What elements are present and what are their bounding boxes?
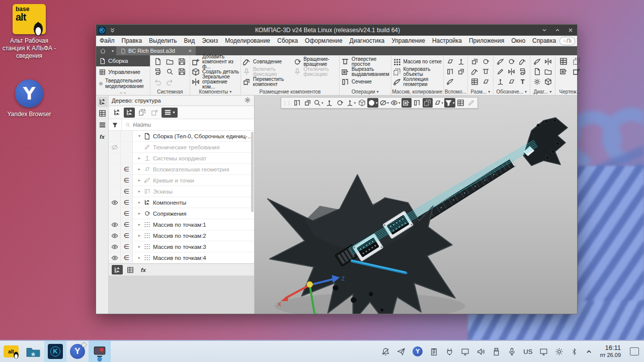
eye-icon[interactable]: [109, 230, 121, 241]
show-desktop-button[interactable]: [630, 347, 639, 355]
drawing-section-view-button[interactable]: [559, 67, 568, 76]
brightness-icon[interactable]: [555, 347, 564, 356]
yandex-tray-icon[interactable]: Y: [413, 346, 423, 356]
taskbar-kompas3d[interactable]: K: [44, 341, 66, 362]
tree-item-point-array-4[interactable]: ∈ ▸ Массив по точкам:4: [109, 252, 254, 263]
orientation-up-button[interactable]: [325, 98, 335, 108]
taskbar-file-manager[interactable]: [22, 341, 44, 362]
mode-assembly[interactable]: Сборка: [96, 55, 150, 66]
diag-curvature-button[interactable]: [533, 57, 541, 66]
viewport-3d[interactable]: X Z Y ⋮⋮ ▾ ▾ ▾ ▾ ▾ ▾: [255, 96, 577, 314]
eye-icon[interactable]: [109, 241, 121, 252]
display-variants-button[interactable]: [423, 98, 433, 108]
footer-tree-tab[interactable]: [112, 265, 123, 275]
display-mode-shaded-button[interactable]: ▾: [367, 98, 378, 108]
tree-settings-gear-icon[interactable]: [244, 97, 251, 105]
panel-variables-button[interactable]: fx: [97, 131, 108, 142]
dim-angular-button[interactable]: [470, 67, 479, 76]
tree-item-assembly-root[interactable]: ▾ Сборка (Тел-0, Сборочных единиц-8,...: [109, 131, 254, 142]
maximize-button[interactable]: [551, 25, 564, 36]
mode-collapse-icon[interactable]: ⌄⌄: [96, 89, 150, 95]
keyboard-layout-indicator[interactable]: US: [523, 348, 532, 355]
drawing-views-button[interactable]: [559, 57, 568, 66]
group-label-operations[interactable]: Операции▾: [340, 88, 391, 95]
quick-sketch-button[interactable]: [466, 98, 476, 108]
titlebar[interactable]: K КОМПАС-3D v24 Beta Linux (releases/v24…: [96, 25, 577, 36]
drawing-detail-view-button[interactable]: [572, 67, 581, 76]
panel-tree-button[interactable]: [97, 97, 108, 107]
taskbar-screenshot-tool[interactable]: [89, 341, 111, 362]
microphone-icon[interactable]: [508, 347, 516, 356]
toolbar-grip[interactable]: ⋮⋮: [282, 98, 291, 108]
menu-file[interactable]: Файл: [96, 36, 118, 45]
group-label-notations[interactable]: Обозначе...▾: [494, 88, 530, 95]
command-search-input[interactable]: [567, 38, 572, 44]
cut-extrude-button[interactable]: Вырезать выдавливанием: [341, 67, 389, 77]
taskbar-alt-menu[interactable]: alt: [0, 341, 22, 362]
diag-smoothness-button[interactable]: [544, 57, 552, 66]
notation-roughness-button[interactable]: [496, 57, 505, 66]
desktop-icon-yandex[interactable]: Y Yandex Browser: [0, 79, 59, 118]
mode-solid-modeling[interactable]: Твердотельное моделирование: [96, 77, 150, 89]
tray-expand-icon[interactable]: [585, 348, 593, 355]
tree-item-mates[interactable]: ∈ ▸ Сопряжения: [109, 208, 254, 219]
eye-off-icon[interactable]: [109, 142, 121, 152]
copy-objects-button[interactable]: Копировать объекты: [393, 67, 442, 77]
aux-spline-button[interactable]: [446, 77, 454, 86]
menu-window[interactable]: Окно: [508, 36, 529, 45]
diag-clearance-button[interactable]: [533, 67, 541, 76]
diag-mass-button[interactable]: [544, 77, 552, 86]
notation-tolerance-button[interactable]: [518, 57, 527, 66]
footer-variables-tab[interactable]: fx: [138, 265, 149, 275]
menu-help[interactable]: Справка: [529, 36, 559, 45]
placement-plane-button[interactable]: [302, 98, 312, 108]
tree-structure-button[interactable]: [124, 108, 135, 118]
save-as-button[interactable]: [178, 67, 186, 76]
filter-objects-button[interactable]: ▾: [444, 98, 455, 108]
notifications-muted-icon[interactable]: [381, 347, 390, 356]
print-button[interactable]: [153, 67, 162, 76]
notation-stamp-button[interactable]: [518, 67, 527, 76]
command-search[interactable]: [559, 37, 575, 45]
disable-fixation-button[interactable]: Отключить фиксацию: [293, 67, 338, 77]
notation-text-button[interactable]: T: [518, 77, 527, 86]
diag-rays-button[interactable]: [533, 77, 541, 86]
diag-check-button[interactable]: [544, 67, 552, 76]
mate-coincident-button[interactable]: Совпадение: [243, 57, 290, 67]
notation-base-button[interactable]: [507, 57, 516, 66]
new-document-button[interactable]: [153, 57, 162, 66]
dim-radial-button[interactable]: [481, 57, 490, 66]
menu-management[interactable]: Управление: [388, 36, 429, 45]
hide-objects-button[interactable]: ▾: [379, 98, 390, 108]
aux-plane-button[interactable]: [446, 57, 454, 66]
preview-button[interactable]: [166, 67, 174, 76]
taskbar-yandex-browser[interactable]: Y: [66, 341, 89, 362]
tab-close-icon[interactable]: ×: [189, 48, 192, 54]
tree-search-input[interactable]: [133, 122, 251, 128]
menu-edit[interactable]: Правка: [118, 36, 146, 45]
menu-settings[interactable]: Настройка: [429, 36, 465, 45]
clipboard-icon[interactable]: [430, 347, 438, 356]
dim-leader-button[interactable]: [470, 77, 479, 86]
group-label-components[interactable]: Компоненты▾: [190, 88, 240, 95]
redo-button[interactable]: [166, 77, 174, 86]
clock[interactable]: 16:11 пт 26.09: [600, 344, 621, 358]
tree-item-point-array-3[interactable]: ∈ ▸ Массив по точкам:3: [109, 241, 254, 252]
section-button[interactable]: Сечение: [341, 77, 389, 87]
aux-localcs-button[interactable]: [457, 67, 465, 76]
break-view-button[interactable]: [412, 98, 422, 108]
isometry-cube-button[interactable]: [357, 98, 367, 108]
telegram-icon[interactable]: [397, 347, 406, 356]
close-button[interactable]: [564, 25, 577, 36]
tree-selection-button[interactable]: [149, 108, 160, 118]
panel-parameters-button[interactable]: [97, 108, 108, 119]
tab-list-caret[interactable]: ▾: [109, 46, 116, 55]
tree-item-sketches[interactable]: ∈ ▸ Эскизы: [109, 186, 254, 197]
aux-surface-button[interactable]: [446, 67, 454, 76]
rotate-view-button[interactable]: [335, 98, 345, 108]
mirror-component-button[interactable]: Зеркальное отражение ком...: [192, 77, 239, 87]
group-label-dims[interactable]: Разм...▾: [468, 88, 493, 95]
guitar-3d-model[interactable]: X Z Y: [255, 96, 577, 314]
display-network-icon[interactable]: [461, 347, 469, 356]
work-plane-button[interactable]: ▾: [433, 98, 444, 108]
